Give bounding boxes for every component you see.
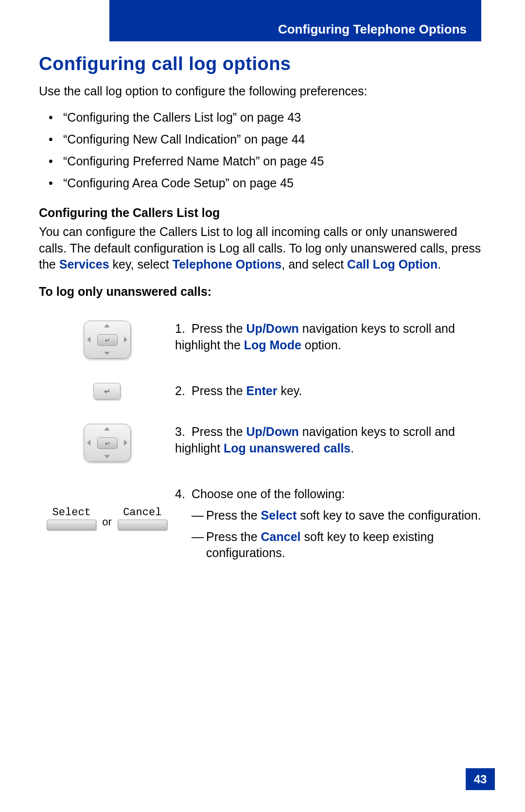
step-text-part: key. bbox=[277, 384, 302, 397]
step-text: 4.Choose one of the following: Press the… bbox=[175, 486, 486, 561]
step-row: ↵ 3.Press the Up/Down navigation keys to… bbox=[39, 424, 486, 462]
enter-key-icon: ↵ bbox=[97, 437, 118, 449]
page-content: Configuring call log options Use the cal… bbox=[39, 54, 486, 566]
cancel-label: Cancel bbox=[123, 506, 161, 519]
bullet-item: “Configuring New Call Indication” on pag… bbox=[39, 128, 486, 150]
step-number: 1. bbox=[175, 321, 192, 337]
section-body: You can configure the Callers List to lo… bbox=[39, 224, 486, 273]
left-arrow-icon bbox=[87, 440, 90, 446]
sub-option-text: Press the bbox=[206, 530, 261, 543]
enter-key-icon: ↵ bbox=[93, 383, 121, 399]
step-text: 2.Press the Enter key. bbox=[175, 383, 486, 399]
bullet-item: “Configuring Area Code Setup” on page 45 bbox=[39, 172, 486, 194]
step-number: 3. bbox=[175, 424, 192, 440]
hl-call-log-option: Call Log Option bbox=[347, 257, 438, 271]
down-arrow-icon bbox=[104, 455, 110, 458]
hl-cancel: Cancel bbox=[261, 530, 301, 543]
running-header: Configuring Telephone Options bbox=[109, 0, 481, 41]
step-text: 1.Press the Up/Down navigation keys to s… bbox=[175, 321, 486, 354]
cancel-button-icon bbox=[118, 520, 167, 530]
hl-up-down: Up/Down bbox=[246, 322, 299, 335]
step-number: 2. bbox=[175, 383, 192, 399]
step-number: 4. bbox=[175, 486, 192, 503]
bullet-item: “Configuring the Callers List log” on pa… bbox=[39, 107, 486, 128]
bullet-list: “Configuring the Callers List log” on pa… bbox=[39, 107, 486, 194]
bullet-item: “Configuring Preferred Name Match” on pa… bbox=[39, 150, 486, 172]
sub-option: Press the Select soft key to save the co… bbox=[175, 507, 486, 524]
body-text: key, select bbox=[109, 257, 173, 271]
step-icon-cell: Select or Cancel bbox=[39, 486, 175, 530]
step-text: 3.Press the Up/Down navigation keys to s… bbox=[175, 424, 486, 457]
up-arrow-icon bbox=[104, 427, 110, 431]
step-icon-cell: ↵ bbox=[39, 424, 175, 462]
intro-text: Use the call log option to configure the… bbox=[39, 83, 486, 100]
right-arrow-icon bbox=[124, 440, 127, 446]
procedure-heading: To log only unanswered calls: bbox=[39, 285, 486, 299]
section-heading: Configuring the Callers List log bbox=[39, 206, 486, 220]
left-arrow-icon bbox=[87, 337, 90, 343]
step-text-part: Press the bbox=[192, 425, 246, 438]
navigation-pad-icon: ↵ bbox=[84, 321, 131, 359]
hl-telephone-options: Telephone Options bbox=[173, 257, 282, 271]
sub-option-text: Press the bbox=[206, 508, 261, 522]
hl-enter: Enter bbox=[246, 384, 278, 397]
running-title-text: Configuring Telephone Options bbox=[278, 22, 467, 36]
or-text: or bbox=[101, 509, 113, 528]
hl-log-mode: Log Mode bbox=[244, 338, 301, 352]
down-arrow-icon bbox=[104, 352, 110, 355]
select-softkey: Select bbox=[47, 506, 96, 530]
cancel-softkey: Cancel bbox=[118, 506, 167, 530]
hl-select: Select bbox=[261, 508, 297, 522]
right-arrow-icon bbox=[124, 337, 127, 343]
select-label: Select bbox=[52, 506, 91, 519]
hl-log-unanswered: Log unanswered calls bbox=[224, 441, 350, 455]
page-number: 43 bbox=[466, 768, 495, 790]
step-row: Select or Cancel 4.Choose one of the fol… bbox=[39, 486, 486, 561]
select-button-icon bbox=[47, 520, 96, 530]
step-text-part: Press the bbox=[192, 384, 246, 397]
step-text-part: option. bbox=[301, 338, 341, 352]
navigation-pad-icon: ↵ bbox=[84, 424, 131, 462]
step-intro: Choose one of the following: bbox=[192, 487, 345, 501]
enter-key-icon: ↵ bbox=[97, 334, 118, 346]
step-icon-cell: ↵ bbox=[39, 321, 175, 359]
hl-up-down: Up/Down bbox=[246, 425, 299, 438]
softkeys-graphic: Select or Cancel bbox=[47, 506, 167, 530]
step-text-part: Press the bbox=[192, 322, 246, 335]
steps-table: ↵ 1.Press the Up/Down navigation keys to… bbox=[39, 321, 486, 561]
step-row: ↵ 2.Press the Enter key. bbox=[39, 383, 486, 399]
step-text-part: . bbox=[350, 441, 354, 455]
body-text: , and select bbox=[281, 257, 347, 271]
page-number-text: 43 bbox=[474, 773, 487, 786]
step-row: ↵ 1.Press the Up/Down navigation keys to… bbox=[39, 321, 486, 359]
hl-services: Services bbox=[59, 257, 109, 271]
sub-option-text: soft key to save the configuration. bbox=[297, 508, 481, 522]
sub-option: Press the Cancel soft key to keep existi… bbox=[175, 529, 486, 562]
step-icon-cell: ↵ bbox=[39, 383, 175, 399]
body-text: . bbox=[438, 257, 441, 271]
page-title: Configuring call log options bbox=[39, 54, 486, 74]
up-arrow-icon bbox=[104, 324, 110, 327]
